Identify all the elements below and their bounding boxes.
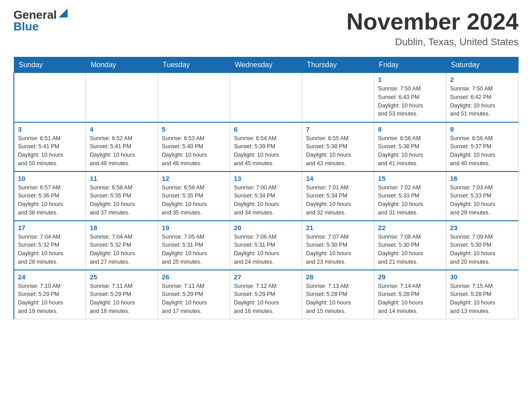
day-number: 18 <box>90 224 154 231</box>
day-cell: 28Sunrise: 7:13 AM Sunset: 5:28 PM Dayli… <box>302 270 374 319</box>
header-cell-sunday: Sunday <box>14 57 86 73</box>
logo: General Blue <box>13 9 68 32</box>
day-cell: 7Sunrise: 6:55 AM Sunset: 5:38 PM Daylig… <box>302 122 374 171</box>
day-cell: 1Sunrise: 7:50 AM Sunset: 6:43 PM Daylig… <box>374 73 446 122</box>
week-row-3: 10Sunrise: 6:57 AM Sunset: 5:36 PM Dayli… <box>14 171 519 221</box>
day-number: 7 <box>306 125 370 133</box>
header-cell-tuesday: Tuesday <box>158 57 230 73</box>
day-info: Sunrise: 7:10 AM Sunset: 5:29 PM Dayligh… <box>18 283 63 314</box>
day-cell: 15Sunrise: 7:02 AM Sunset: 5:33 PM Dayli… <box>374 171 446 221</box>
week-row-2: 3Sunrise: 6:51 AM Sunset: 5:41 PM Daylig… <box>14 122 519 171</box>
day-number: 11 <box>90 175 154 182</box>
day-info: Sunrise: 7:05 AM Sunset: 5:31 PM Dayligh… <box>162 234 207 265</box>
day-cell: 19Sunrise: 7:05 AM Sunset: 5:31 PM Dayli… <box>158 221 230 270</box>
day-info: Sunrise: 7:04 AM Sunset: 5:32 PM Dayligh… <box>90 234 135 265</box>
day-number: 3 <box>18 125 82 133</box>
day-cell: 30Sunrise: 7:15 AM Sunset: 5:28 PM Dayli… <box>446 270 519 319</box>
day-cell: 2Sunrise: 7:50 AM Sunset: 6:42 PM Daylig… <box>446 73 519 122</box>
day-number: 28 <box>306 273 370 281</box>
day-cell: 6Sunrise: 6:54 AM Sunset: 5:39 PM Daylig… <box>230 122 302 171</box>
day-info: Sunrise: 7:08 AM Sunset: 5:30 PM Dayligh… <box>378 234 423 265</box>
day-number: 19 <box>162 224 226 231</box>
day-number: 21 <box>306 224 370 231</box>
day-number: 13 <box>234 175 298 182</box>
day-cell <box>86 73 158 122</box>
month-title: November 2024 <box>347 9 519 34</box>
day-number: 2 <box>450 76 515 83</box>
day-info: Sunrise: 7:06 AM Sunset: 5:31 PM Dayligh… <box>234 234 279 265</box>
day-info: Sunrise: 6:54 AM Sunset: 5:39 PM Dayligh… <box>234 135 279 167</box>
day-info: Sunrise: 6:58 AM Sunset: 5:35 PM Dayligh… <box>90 184 135 216</box>
day-number: 20 <box>234 224 298 231</box>
day-number: 27 <box>234 273 298 281</box>
day-info: Sunrise: 6:56 AM Sunset: 5:37 PM Dayligh… <box>450 135 495 167</box>
header-cell-thursday: Thursday <box>302 57 374 73</box>
day-cell: 29Sunrise: 7:14 AM Sunset: 5:28 PM Dayli… <box>374 270 446 319</box>
day-cell: 24Sunrise: 7:10 AM Sunset: 5:29 PM Dayli… <box>14 270 86 319</box>
day-number: 17 <box>18 224 82 231</box>
day-cell: 3Sunrise: 6:51 AM Sunset: 5:41 PM Daylig… <box>14 122 86 171</box>
calendar-table: SundayMondayTuesdayWednesdayThursdayFrid… <box>13 57 519 319</box>
logo-general-text: General <box>13 9 57 21</box>
day-number: 4 <box>90 125 154 133</box>
day-cell: 17Sunrise: 7:04 AM Sunset: 5:32 PM Dayli… <box>14 221 86 270</box>
day-info: Sunrise: 7:15 AM Sunset: 5:28 PM Dayligh… <box>450 283 495 314</box>
week-row-5: 24Sunrise: 7:10 AM Sunset: 5:29 PM Dayli… <box>14 270 519 319</box>
svg-marker-0 <box>59 9 68 17</box>
day-info: Sunrise: 6:53 AM Sunset: 5:40 PM Dayligh… <box>162 135 207 167</box>
day-number: 15 <box>378 175 442 182</box>
day-cell <box>158 73 230 122</box>
day-cell: 5Sunrise: 6:53 AM Sunset: 5:40 PM Daylig… <box>158 122 230 171</box>
day-info: Sunrise: 7:12 AM Sunset: 5:29 PM Dayligh… <box>234 283 279 314</box>
header-row: SundayMondayTuesdayWednesdayThursdayFrid… <box>14 57 519 73</box>
day-number: 9 <box>450 125 515 133</box>
day-cell <box>14 73 86 122</box>
day-number: 26 <box>162 273 226 281</box>
day-info: Sunrise: 6:52 AM Sunset: 5:41 PM Dayligh… <box>90 135 135 167</box>
header-cell-saturday: Saturday <box>446 57 519 73</box>
day-info: Sunrise: 7:09 AM Sunset: 5:30 PM Dayligh… <box>450 234 495 265</box>
day-info: Sunrise: 7:00 AM Sunset: 5:34 PM Dayligh… <box>234 184 279 216</box>
day-info: Sunrise: 7:11 AM Sunset: 5:29 PM Dayligh… <box>90 283 135 314</box>
day-number: 8 <box>378 125 442 133</box>
day-cell: 9Sunrise: 6:56 AM Sunset: 5:37 PM Daylig… <box>446 122 519 171</box>
day-cell <box>230 73 302 122</box>
day-number: 12 <box>162 175 226 182</box>
day-number: 1 <box>378 76 442 83</box>
page-header: General Blue November 2024 Dublin, Texas… <box>13 9 519 48</box>
day-info: Sunrise: 7:03 AM Sunset: 5:33 PM Dayligh… <box>450 184 495 216</box>
header-cell-monday: Monday <box>86 57 158 73</box>
day-info: Sunrise: 7:04 AM Sunset: 5:32 PM Dayligh… <box>18 234 63 265</box>
day-info: Sunrise: 7:07 AM Sunset: 5:30 PM Dayligh… <box>306 234 351 265</box>
day-number: 6 <box>234 125 298 133</box>
header-cell-wednesday: Wednesday <box>230 57 302 73</box>
day-cell: 22Sunrise: 7:08 AM Sunset: 5:30 PM Dayli… <box>374 221 446 270</box>
header-cell-friday: Friday <box>374 57 446 73</box>
logo-blue-text: Blue <box>13 21 39 32</box>
day-info: Sunrise: 6:56 AM Sunset: 5:38 PM Dayligh… <box>378 135 423 167</box>
day-cell: 21Sunrise: 7:07 AM Sunset: 5:30 PM Dayli… <box>302 221 374 270</box>
day-cell: 27Sunrise: 7:12 AM Sunset: 5:29 PM Dayli… <box>230 270 302 319</box>
day-cell: 10Sunrise: 6:57 AM Sunset: 5:36 PM Dayli… <box>14 171 86 221</box>
day-cell: 25Sunrise: 7:11 AM Sunset: 5:29 PM Dayli… <box>86 270 158 319</box>
week-row-1: 1Sunrise: 7:50 AM Sunset: 6:43 PM Daylig… <box>14 73 519 122</box>
day-info: Sunrise: 7:02 AM Sunset: 5:33 PM Dayligh… <box>378 184 423 216</box>
week-row-4: 17Sunrise: 7:04 AM Sunset: 5:32 PM Dayli… <box>14 221 519 270</box>
day-number: 14 <box>306 175 370 182</box>
day-number: 30 <box>450 273 515 281</box>
day-number: 16 <box>450 175 515 182</box>
day-cell: 14Sunrise: 7:01 AM Sunset: 5:34 PM Dayli… <box>302 171 374 221</box>
day-number: 24 <box>18 273 82 281</box>
day-cell: 20Sunrise: 7:06 AM Sunset: 5:31 PM Dayli… <box>230 221 302 270</box>
day-number: 29 <box>378 273 442 281</box>
day-number: 5 <box>162 125 226 133</box>
location-text: Dublin, Texas, United States <box>347 36 519 48</box>
day-cell: 16Sunrise: 7:03 AM Sunset: 5:33 PM Dayli… <box>446 171 519 221</box>
day-info: Sunrise: 7:13 AM Sunset: 5:28 PM Dayligh… <box>306 283 351 314</box>
day-cell: 13Sunrise: 7:00 AM Sunset: 5:34 PM Dayli… <box>230 171 302 221</box>
day-number: 10 <box>18 175 82 182</box>
day-info: Sunrise: 7:01 AM Sunset: 5:34 PM Dayligh… <box>306 184 351 216</box>
day-cell: 12Sunrise: 6:59 AM Sunset: 5:35 PM Dayli… <box>158 171 230 221</box>
day-info: Sunrise: 6:59 AM Sunset: 5:35 PM Dayligh… <box>162 184 207 216</box>
day-info: Sunrise: 7:50 AM Sunset: 6:42 PM Dayligh… <box>450 86 495 117</box>
